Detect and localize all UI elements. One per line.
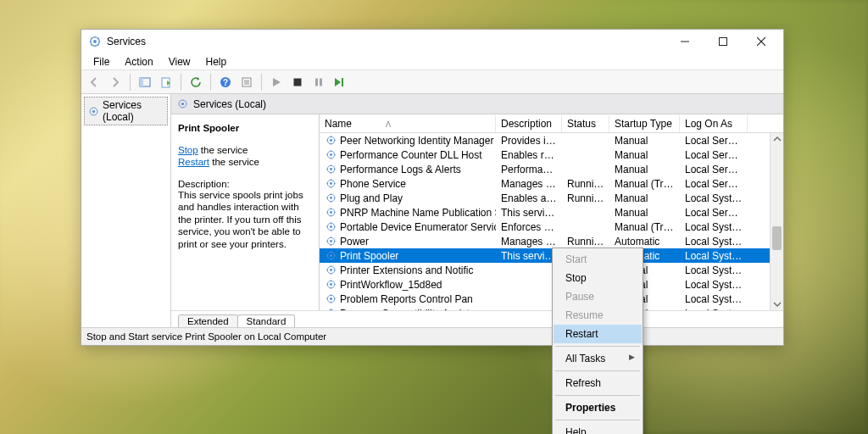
tree-pane: Services (Local) [81, 94, 171, 327]
service-name: Performance Counter DLL Host [340, 149, 482, 161]
svg-rect-7 [140, 78, 143, 86]
svg-point-24 [330, 139, 332, 142]
help-icon[interactable]: ? [216, 73, 235, 92]
forward-icon [106, 73, 125, 92]
col-log-on-as[interactable]: Log On As [680, 115, 748, 132]
service-logon: Local Syste... [680, 192, 748, 204]
svg-rect-18 [342, 78, 343, 86]
service-row[interactable]: Phone ServiceManages th...RunningManual … [320, 176, 783, 191]
restart-suffix: the service [209, 157, 259, 167]
stop-service-icon[interactable] [288, 73, 307, 92]
service-description: Manages po... [496, 236, 562, 248]
ctx-properties[interactable]: Properties [554, 398, 642, 417]
svg-text:?: ? [223, 78, 228, 87]
ctx-sep [555, 420, 640, 420]
submenu-arrow-icon: ▶ [629, 353, 635, 361]
service-logon: Local Syste... [680, 250, 748, 262]
col-status[interactable]: Status [562, 115, 609, 132]
service-gear-icon [325, 178, 337, 190]
service-row[interactable]: Peer Networking Identity ManagerProvides… [320, 133, 783, 147]
ctx-sep [555, 395, 640, 396]
service-gear-icon [325, 279, 337, 291]
service-name: Portable Device Enumerator Service [340, 221, 496, 233]
service-gear-icon [325, 236, 337, 248]
restart-link[interactable]: Restart [178, 157, 209, 167]
ctx-all-tasks[interactable]: All Tasks ▶ [554, 349, 642, 368]
service-logon: Local Service [680, 178, 748, 190]
service-description: This service ... [496, 207, 562, 219]
svg-point-36 [330, 225, 332, 228]
stop-suffix: the service [198, 145, 248, 155]
column-headers: Nameᐱ Description Status Startup Type Lo… [320, 114, 783, 133]
view-tabs: Extended Standard [171, 310, 783, 327]
col-name[interactable]: Nameᐱ [320, 115, 496, 132]
properties-icon[interactable] [237, 73, 256, 92]
svg-point-38 [330, 240, 332, 242]
tree-root-services-local[interactable]: Services (Local) [84, 97, 168, 125]
scroll-up-icon[interactable] [771, 133, 783, 145]
service-gear-icon [325, 164, 337, 175]
services-window: Services File Action View Help ? [81, 29, 784, 346]
menu-action[interactable]: Action [118, 54, 159, 70]
col-startup-type[interactable]: Startup Type [609, 115, 680, 132]
service-logon: Local Syste... [680, 221, 748, 233]
service-logon: Local Service [680, 207, 748, 219]
service-gear-icon [325, 135, 337, 147]
list-scrollbar[interactable] [770, 133, 783, 310]
service-name: Performance Logs & Alerts [340, 164, 461, 175]
svg-point-1 [93, 40, 97, 43]
ctx-stop[interactable]: Stop [554, 269, 642, 287]
menu-file[interactable]: File [86, 54, 116, 70]
content-area: Services (Local) Services (Local) Print … [81, 94, 783, 328]
show-hide-tree-icon[interactable] [136, 73, 154, 92]
service-name: PrintWorkflow_15d8ed [340, 279, 442, 291]
scroll-down-icon[interactable] [771, 298, 783, 310]
svg-point-46 [330, 298, 332, 300]
close-button[interactable] [742, 30, 780, 53]
restart-service-icon[interactable] [331, 73, 349, 92]
service-row[interactable]: Performance Counter DLL HostEnables rem.… [320, 147, 783, 162]
col-description[interactable]: Description [496, 115, 562, 132]
start-service-icon [267, 73, 286, 92]
ctx-sep [555, 370, 640, 371]
toolbar: ? [81, 70, 783, 94]
export-list-icon[interactable] [157, 73, 175, 92]
menu-help[interactable]: Help [199, 54, 234, 70]
service-name: Printer Extensions and Notific [340, 264, 473, 276]
service-gear-icon [325, 207, 337, 219]
scroll-thumb[interactable] [772, 226, 782, 250]
service-logon: Local Service [680, 135, 748, 147]
service-name: Program Compatibility Assist [340, 308, 470, 311]
refresh-icon[interactable] [186, 73, 205, 92]
ctx-refresh[interactable]: Refresh [554, 374, 642, 392]
statusbar-text: Stop and Start service Print Spooler on … [86, 331, 326, 342]
tree-root-label: Services (Local) [103, 99, 164, 123]
service-gear-icon [325, 293, 337, 305]
stop-link[interactable]: Stop [178, 145, 198, 155]
service-startup: Manual (Trig... [609, 221, 680, 233]
service-row[interactable]: Plug and PlayEnables a co...RunningManua… [320, 191, 783, 205]
service-logon: Local Service [680, 164, 748, 175]
tab-standard[interactable]: Standard [237, 314, 296, 327]
service-gear-icon [325, 264, 337, 276]
service-name: Plug and Play [340, 192, 403, 204]
description-body: This service spools print jobs and handl… [178, 189, 310, 250]
maximize-button[interactable] [704, 30, 742, 53]
ctx-restart[interactable]: Restart [554, 325, 642, 343]
service-row[interactable]: Portable Device Enumerator ServiceEnforc… [320, 220, 783, 234]
minimize-button[interactable] [665, 30, 704, 53]
service-row[interactable]: PNRP Machine Name Publication ServiceThi… [320, 205, 783, 220]
svg-point-26 [330, 153, 332, 156]
service-status: Running [562, 236, 609, 248]
tab-extended[interactable]: Extended [178, 314, 238, 327]
menu-view[interactable]: View [162, 54, 198, 70]
service-logon: Local Syste... [680, 279, 748, 291]
service-gear-icon [325, 308, 337, 311]
right-header-icon [176, 98, 188, 110]
back-icon [85, 73, 103, 92]
service-description: Manages th... [496, 178, 562, 190]
service-row[interactable]: Performance Logs & AlertsPerformanc...Ma… [320, 162, 783, 176]
ctx-help[interactable]: Help [554, 423, 642, 434]
service-gear-icon [325, 221, 337, 233]
service-row[interactable]: PowerManages po...RunningAutomaticLocal … [320, 234, 783, 248]
